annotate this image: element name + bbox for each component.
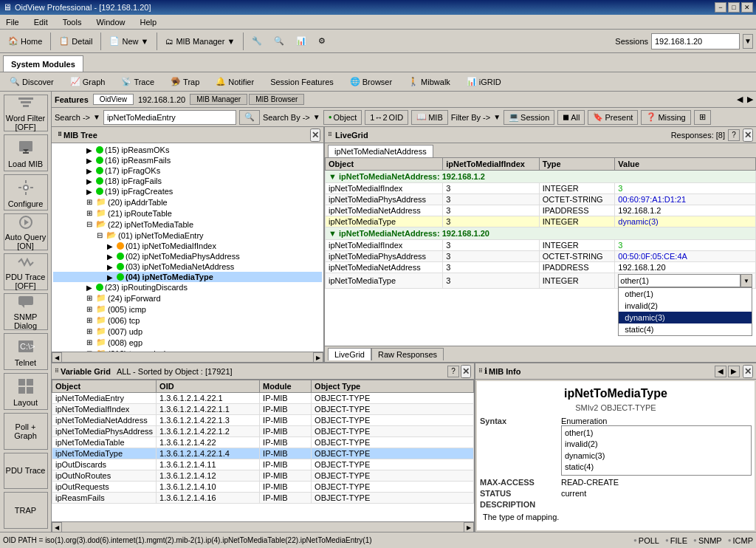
dropdown-input[interactable] [618,274,740,287]
tree-item[interactable]: ▶ (15) ipReasmOKs [53,145,322,155]
sidebar-word-filter[interactable]: Word Filter[OFF] [4,95,48,131]
close-button[interactable]: ✕ [741,2,753,13]
oid-filter-btn[interactable]: 1↔2 OID [365,110,408,125]
maximize-button[interactable]: □ [728,2,740,13]
all-filter-btn[interactable]: ◼ All [557,110,585,125]
tree-item[interactable]: ⊟ 📂 (22) ipNetToMediaTable [53,219,322,230]
var-table-row[interactable]: ipNetToMediaNetAddress 1.3.6.1.2.1.4.22.… [52,415,474,426]
tree-item[interactable]: ⊞ 📁 (20) ipAddrTable [53,196,322,208]
missing-filter-btn[interactable]: ❓ Missing [641,110,690,125]
tree-item[interactable]: ⊟ 📂 (01) ipNetToMediaEntry [53,230,322,241]
sessions-dropdown-btn[interactable]: ▼ [743,34,753,49]
new-button[interactable]: 📄 New ▼ [104,32,154,51]
sidebar-telnet[interactable]: C:\> Telnet [4,333,48,370]
dropdown-arrow-btn[interactable]: ▼ [740,274,752,287]
sidebar-poll-graph[interactable]: Poll + Graph [4,413,48,450]
toolbar-btn2[interactable]: 🔍 [269,32,289,51]
tab-system-modules[interactable]: System Modules [3,55,83,72]
menu-file[interactable]: File [3,16,22,28]
var-grid-help-button[interactable]: ? [447,366,459,377]
sidebar-configure[interactable]: Configure [4,174,48,211]
tree-item[interactable]: ▶ (18) ipFragFails [53,176,322,186]
var-table-row[interactable]: ipOutRequests 1.3.6.1.2.1.4.10 IP-MIB OB… [52,482,474,493]
nav-notifier[interactable]: 🔔 Notifier [209,75,261,89]
object-filter-btn[interactable]: ● Object [323,110,362,125]
nav-browser[interactable]: 🌐 Browser [343,75,399,89]
nav-mibwalk[interactable]: 🚶 Mibwalk [402,75,457,89]
tree-item[interactable]: ▶ (03) ipNetToMediaNetAddress [53,261,322,272]
search-button[interactable]: 🔍 [239,110,260,125]
var-grid-close-button[interactable]: ✕ [461,365,471,378]
mib-info-nav-right[interactable]: ▶ [728,366,740,377]
var-scroll-left-btn[interactable]: ◀ [52,522,62,532]
nav-igrid[interactable]: 📊 iGRID [460,75,508,89]
search-dropdown-arrow[interactable]: ▼ [93,113,100,121]
dropdown-option-invalid[interactable]: invalid(2) [619,300,752,312]
detail-button[interactable]: 📋 Detail [54,32,97,51]
mib-manager-tab[interactable]: MIB Manager [190,94,247,105]
search-input[interactable] [103,110,236,125]
minimize-button[interactable]: − [715,2,726,13]
home-button[interactable]: 🏠 Home [3,32,47,51]
tree-item[interactable]: ⊞ 📁 (24) ipForward [53,292,322,304]
nav-trap[interactable]: 🪤 Trap [164,75,206,89]
mib-tree-close-button[interactable]: ✕ [310,129,320,142]
sidebar-pdu-trace[interactable]: PDU Trace[OFF] [4,253,48,290]
var-table-row[interactable]: ipNetToMediaTable 1.3.6.1.2.1.4.22 IP-MI… [52,437,474,448]
mib-browser-tab[interactable]: MIB Browser [249,94,304,105]
nav-discover[interactable]: 🔍 Discover [3,75,61,89]
mib-info-close-button[interactable]: ✕ [743,365,753,378]
sidebar-layout[interactable]: Layout [4,373,48,410]
raw-responses-tab[interactable]: Raw Responses [371,348,444,360]
toolbar-btn3[interactable]: 📊 [291,32,312,51]
var-table-row[interactable]: ipReasmFails 1.3.6.1.2.1.4.16 IP-MIB OBJ… [52,493,474,504]
var-table-row[interactable]: ipNetToMediaEntry 1.3.6.1.2.1.4.22.1 IP-… [52,393,474,404]
tree-item-selected[interactable]: ▶ (04) ipNetToMediaType [53,272,322,282]
oidview-tab[interactable]: OidView [93,94,134,105]
tree-item[interactable]: ▶ (17) ipFragOKs [53,165,322,176]
tree-item[interactable]: ⊞ 📁 (008) egp [53,337,322,348]
present-filter-btn[interactable]: 🔖 Present [588,110,638,125]
var-table-row[interactable]: ipNetToMediaPhysAddress 1.3.6.1.2.1.4.22… [52,426,474,437]
dropdown-option-static[interactable]: static(4) [619,323,752,335]
tree-item[interactable]: ⊞ 📁 (007) udp [53,326,322,337]
var-grid-hscroll[interactable]: ◀ ▶ [52,521,474,532]
var-table-row[interactable]: ipOutNoRoutes 1.3.6.1.2.1.4.12 IP-MIB OB… [52,470,474,482]
menu-help[interactable]: Help [137,16,160,28]
var-table-row[interactable]: ipOutDiscards 1.3.6.1.2.1.4.11 IP-MIB OB… [52,459,474,470]
var-table-row-selected[interactable]: ipNetToMediaType 1.3.6.1.2.1.4.22.1.4 IP… [52,448,474,459]
tree-item[interactable]: ⊞ 📁 (005) icmp [53,304,322,315]
nav-fwd-btn[interactable]: ▶ [747,95,753,104]
nav-session-features[interactable]: Session Features [264,75,340,89]
tree-hscroll[interactable]: ◀ ▶ [52,352,323,362]
livegrid-close-button[interactable]: ✕ [743,129,753,142]
session-filter-btn[interactable]: 💻 Session [504,110,554,125]
livegrid-tab[interactable]: LiveGrid [328,348,371,360]
sidebar-load-mib[interactable]: Load MIB [4,134,48,171]
tree-item[interactable]: ▶ (16) ipReasmFails [53,155,322,165]
toolbar-btn1[interactable]: 🔧 [247,32,267,51]
tree-item[interactable]: ▶ (01) ipNetToMediaIfIndex [53,241,322,251]
search-by-dropdown-arrow[interactable]: ▼ [313,113,320,121]
var-scroll-right-btn[interactable]: ▶ [464,522,474,532]
sidebar-trap[interactable]: TRAP [4,492,48,529]
menu-window[interactable]: Window [93,16,128,28]
nav-back-btn[interactable]: ◀ [737,95,743,104]
dropdown-option-other[interactable]: other(1) [619,288,752,300]
tree-item[interactable]: ▶ (23) ipRoutingDiscards [53,282,322,292]
scroll-left-btn[interactable]: ◀ [52,352,62,362]
menu-tools[interactable]: Tools [60,16,85,28]
mib-manager-button[interactable]: 🗂 MIB Manager ▼ [160,32,240,51]
tree-item[interactable]: ▶ (02) ipNetToMediaPhysAddress [53,251,322,261]
tree-item[interactable]: ⊞ 📁 (006) tcp [53,315,322,326]
tree-item[interactable]: ▶ (19) ipFragCreates [53,186,322,196]
sessions-input[interactable] [651,33,740,49]
nav-graph[interactable]: 📈 Graph [63,75,112,89]
sidebar-pdu-trace2[interactable]: PDU Trace [4,453,48,490]
var-table-row[interactable]: ipNetToMediaIfIndex 1.3.6.1.2.1.4.22.1.1… [52,404,474,415]
livegrid-ip-tab[interactable]: ipNetToMediaNetAddress [328,145,433,157]
sidebar-auto-query[interactable]: Auto Query[ON] [4,213,48,250]
scroll-right-btn[interactable]: ▶ [313,352,323,362]
nav-trace[interactable]: 📡 Trace [114,75,161,89]
sidebar-snmp-dialog[interactable]: SNMP Dialog [4,293,48,330]
